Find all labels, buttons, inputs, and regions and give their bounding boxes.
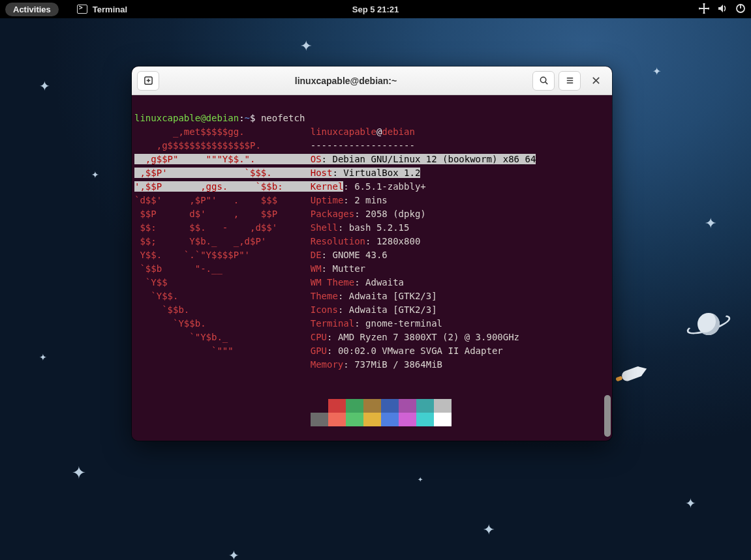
color-swatches — [311, 385, 611, 426]
app-menu[interactable]: Terminal — [77, 5, 127, 14]
value-de: : GNOME 43.6 — [322, 250, 388, 260]
system-tray[interactable] — [699, 3, 746, 16]
value-cpu: : AMD Ryzen 7 3800XT (2) @ 3.900GHz — [327, 332, 519, 342]
label-shell: Shell — [311, 222, 338, 233]
wallpaper-planet — [686, 312, 731, 338]
command-text: neofetch — [261, 113, 305, 123]
nf-dashline: ------------------- — [311, 140, 415, 151]
label-resolution: Resolution — [311, 236, 365, 246]
hamburger-menu-button[interactable] — [559, 71, 581, 91]
label-wm: WM — [311, 263, 322, 274]
label-icons: Icons — [311, 304, 338, 315]
value-host: : VirtualBox 1.2 — [332, 168, 420, 178]
search-button[interactable] — [532, 71, 555, 91]
prompt-user: linuxcapable — [134, 113, 200, 123]
value-uptime: : 2 mins — [343, 195, 387, 205]
volume-icon[interactable] — [717, 3, 728, 16]
terminal-window: linuxcapable@debian:~ linuxcapable@debia… — [132, 66, 612, 441]
label-wmtheme: WM Theme — [311, 277, 354, 287]
svg-point-5 — [703, 3, 705, 5]
value-wmtheme: : Adwaita — [354, 277, 404, 287]
terminal-viewport[interactable]: linuxcapable@debian:~$ neofetch _,met$$$… — [132, 95, 612, 441]
nf-user: linuxcapable — [311, 126, 376, 137]
label-terminal: Terminal — [311, 318, 354, 329]
value-os: : Debian GNU/Linux 12 (bookworm) x86_64 — [322, 154, 536, 164]
label-gpu: GPU — [311, 346, 327, 356]
label-os: OS — [311, 154, 322, 164]
value-wm: : Mutter — [322, 263, 365, 274]
power-icon[interactable] — [735, 3, 746, 16]
prompt-host: debian — [206, 113, 239, 123]
svg-marker-9 — [718, 5, 723, 12]
svg-point-6 — [699, 7, 701, 9]
value-terminal: : gnome-terminal — [354, 318, 442, 329]
value-memory: : 737MiB / 3864MiB — [343, 359, 442, 370]
label-cpu: CPU — [311, 332, 327, 342]
scrollbar-thumb[interactable] — [604, 395, 611, 437]
svg-line-16 — [545, 82, 547, 84]
label-kernel: Kernel — [311, 181, 344, 192]
window-title: linuxcapable@debian:~ — [163, 76, 529, 86]
svg-point-4 — [703, 7, 705, 9]
headerbar: linuxcapable@debian:~ — [132, 66, 612, 95]
label-host: Host — [311, 168, 333, 178]
svg-point-15 — [540, 77, 545, 82]
close-button[interactable] — [585, 71, 607, 91]
network-icon[interactable] — [699, 3, 709, 16]
topbar-clock[interactable]: Sep 5 21:21 — [352, 5, 399, 14]
label-uptime: Uptime — [311, 195, 344, 205]
label-theme: Theme — [311, 291, 338, 301]
value-kernel: : 6.5.1-zabbly+ — [343, 181, 425, 192]
svg-point-7 — [707, 7, 709, 9]
prompt-path: ~ — [245, 113, 250, 123]
value-gpu: : 00:02.0 VMware SVGA II Adapter — [327, 346, 503, 356]
ascii-logo: _,met$$$$$gg. — [134, 126, 299, 137]
wallpaper-rocket — [614, 361, 649, 389]
value-shell: : bash 5.2.15 — [338, 222, 410, 233]
value-theme: : Adwaita [GTK2/3] — [338, 291, 437, 301]
app-menu-label: Terminal — [93, 5, 127, 14]
new-tab-button[interactable] — [137, 71, 159, 91]
nf-host: debian — [382, 126, 415, 137]
value-icons: : Adwaita [GTK2/3] — [338, 304, 437, 315]
terminal-icon — [77, 5, 87, 14]
value-resolution: : 1280x800 — [365, 236, 420, 246]
terminal-scrollbar[interactable] — [604, 95, 611, 441]
label-packages: Packages — [311, 209, 354, 219]
label-de: DE — [311, 250, 322, 260]
activities-button[interactable]: Activities — [5, 3, 59, 16]
label-memory: Memory — [311, 359, 344, 370]
gnome-topbar: Activities Terminal Sep 5 21:21 — [0, 0, 751, 18]
value-packages: : 2058 (dpkg) — [354, 209, 426, 219]
svg-point-8 — [703, 12, 705, 14]
